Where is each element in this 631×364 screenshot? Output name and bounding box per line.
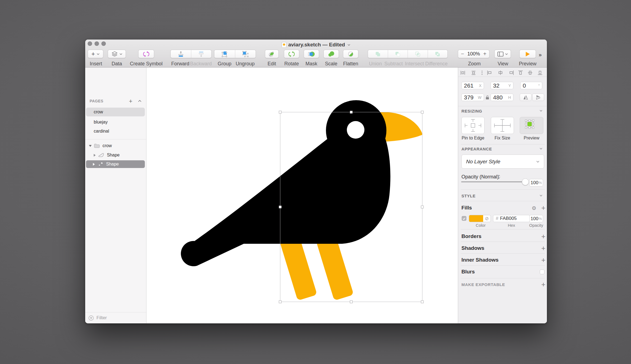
pin-to-edge-card[interactable] xyxy=(461,117,485,134)
view-button[interactable] xyxy=(494,50,511,58)
close-button[interactable] xyxy=(88,41,92,46)
mask-button[interactable] xyxy=(304,50,319,58)
width-value: 379 xyxy=(464,94,478,101)
width-unit: W xyxy=(478,95,481,100)
disclosure-open-icon[interactable] xyxy=(89,145,92,147)
preview-play-icon xyxy=(525,51,530,57)
boolean-ops-group xyxy=(368,50,448,58)
flip-vertical-button[interactable] xyxy=(532,94,544,101)
opacity-slider-knob[interactable] xyxy=(522,178,529,185)
zoom-window-button[interactable] xyxy=(101,41,106,46)
width-field[interactable]: 379 W xyxy=(461,94,484,101)
page-item-cardinal[interactable]: cardinal xyxy=(86,127,145,136)
bird-right-leg[interactable] xyxy=(316,235,354,301)
height-value: 480 xyxy=(493,94,508,101)
opacity-value-box[interactable]: 100 % xyxy=(529,179,543,186)
crow-artwork xyxy=(146,68,458,323)
difference-button[interactable] xyxy=(428,50,448,58)
group-icon xyxy=(221,51,228,57)
distribute-horizontally-icon xyxy=(461,71,465,75)
toolbar-label-edit: Edit xyxy=(267,61,276,67)
align-center-h-icon xyxy=(499,71,502,75)
toolbar-overflow-button[interactable]: » xyxy=(539,52,541,58)
backward-button[interactable] xyxy=(191,50,212,58)
flatten-button[interactable] xyxy=(343,50,358,58)
fill-opacity-box[interactable]: 100 % xyxy=(529,215,543,222)
hex-prefix: # xyxy=(496,216,498,221)
add-fill-button[interactable]: + xyxy=(541,204,545,212)
create-symbol-button[interactable] xyxy=(138,50,154,58)
flip-horizontal-button[interactable] xyxy=(520,94,532,101)
ungroup-button[interactable] xyxy=(235,50,256,58)
title-caret-icon[interactable] xyxy=(347,44,350,46)
blurs-checkbox[interactable] xyxy=(540,270,544,274)
insert-button[interactable]: + xyxy=(88,50,103,58)
blend-mode-stepper-icon[interactable] xyxy=(497,175,500,179)
x-value: 261 xyxy=(464,82,479,89)
style-collapse-icon[interactable] xyxy=(539,194,543,197)
opacity-percent: % xyxy=(539,181,542,185)
add-page-button[interactable]: + xyxy=(129,98,132,105)
layer-item-shape2[interactable]: Shape xyxy=(86,160,145,168)
layer-style-dropdown[interactable]: No Layer Style xyxy=(461,155,544,169)
subtract-button[interactable] xyxy=(388,50,408,58)
rotate-button[interactable] xyxy=(284,50,299,58)
align-bottom-icon xyxy=(538,71,542,75)
opacity-slider[interactable] xyxy=(461,181,527,182)
rotation-field[interactable]: 0 ° xyxy=(520,82,542,89)
fill-enabled-checkbox[interactable] xyxy=(462,216,466,221)
fill-color-control[interactable] xyxy=(469,215,491,222)
view-panels-icon xyxy=(497,52,503,57)
opacity-col-label: Opacity xyxy=(529,223,543,228)
fill-pattern-toggle[interactable] xyxy=(483,215,491,222)
union-button[interactable] xyxy=(368,50,388,58)
group-button[interactable] xyxy=(214,50,235,58)
layer-group-crow[interactable]: crow xyxy=(86,142,145,150)
fill-hex-field[interactable]: # FAB005 xyxy=(493,215,530,222)
folder-icon xyxy=(94,144,100,148)
collapse-pages-icon[interactable] xyxy=(138,100,142,102)
rotation-unit: ° xyxy=(538,83,540,88)
zoom-in-button[interactable]: + xyxy=(483,51,486,57)
resizing-collapse-icon[interactable] xyxy=(539,109,543,112)
make-exportable-button[interactable]: + xyxy=(541,280,545,289)
page-item-crow[interactable]: crow xyxy=(86,108,145,116)
add-inner-shadow-button[interactable]: + xyxy=(541,256,545,264)
x-position-field[interactable]: 261 X xyxy=(461,82,484,89)
toolbar-label-mask: Mask xyxy=(305,61,317,67)
zoom-out-button[interactable]: − xyxy=(461,51,464,57)
disclosure-closed-icon[interactable] xyxy=(93,154,96,157)
opacity-label: Opacity (Normal) xyxy=(461,174,499,180)
fill-settings-gear-icon[interactable]: ⚙ xyxy=(532,205,536,211)
disclosure-closed-icon[interactable] xyxy=(93,163,95,166)
y-position-field[interactable]: 32 Y xyxy=(491,82,513,89)
filter-icon xyxy=(88,315,94,321)
minimize-button[interactable] xyxy=(95,41,99,46)
intersect-button[interactable] xyxy=(408,50,428,58)
preview-button[interactable] xyxy=(519,50,536,58)
align-right-icon xyxy=(510,71,513,75)
fix-size-card[interactable] xyxy=(491,117,514,134)
lock-ratio-icon[interactable] xyxy=(486,95,489,100)
filter-bar[interactable]: Filter xyxy=(85,312,146,323)
edit-button[interactable] xyxy=(265,50,279,58)
page-item-bluejay[interactable]: bluejay xyxy=(86,118,145,127)
height-field[interactable]: 480 H xyxy=(491,94,513,101)
move-forward-icon xyxy=(178,51,184,57)
bird-left-leg[interactable] xyxy=(279,235,317,301)
forward-button[interactable] xyxy=(171,50,191,58)
resizing-preview-icon xyxy=(520,117,543,134)
subtract-icon xyxy=(395,51,401,57)
canvas[interactable] xyxy=(146,68,458,323)
fill-color-swatch[interactable] xyxy=(469,215,483,222)
appearance-collapse-icon[interactable] xyxy=(539,147,543,150)
add-shadow-button[interactable]: + xyxy=(541,244,545,253)
bird-eye[interactable] xyxy=(347,121,364,139)
more-align-icon xyxy=(481,71,482,75)
fill-opacity-value: 100 xyxy=(531,216,538,222)
scale-button[interactable] xyxy=(323,50,339,58)
scale-icon xyxy=(328,51,334,57)
data-button[interactable] xyxy=(108,50,126,58)
add-border-button[interactable]: + xyxy=(541,232,545,241)
layer-item-shape1[interactable]: Shape xyxy=(86,151,145,159)
